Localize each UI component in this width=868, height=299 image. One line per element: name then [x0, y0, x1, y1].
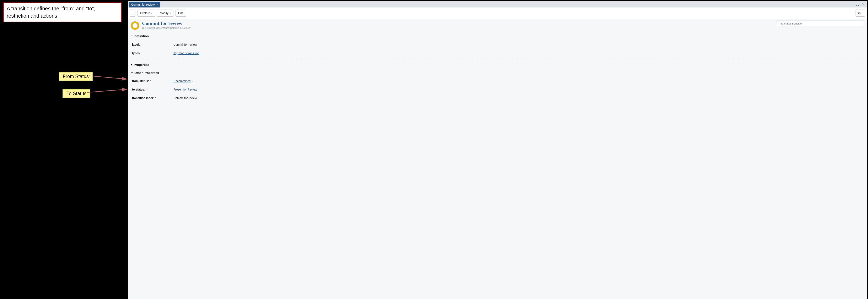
chevron-down-icon: ⌄ [860, 23, 862, 25]
section-other-properties-header[interactable]: ▼ Other Properties [131, 71, 864, 74]
section-properties-header[interactable]: ▶ Properties [131, 63, 864, 66]
more-actions-button[interactable]: ⋮ [130, 9, 135, 16]
settings-button[interactable]: ⚙ ▾ [856, 9, 865, 16]
chevron-down-icon[interactable]: ⌄ [191, 80, 193, 82]
caret-right-icon: ▶ [131, 63, 132, 66]
expand-icon[interactable]: ⛶ [856, 2, 859, 6]
caret-down-icon: ▼ [131, 72, 133, 74]
tab-commit-for-review[interactable]: Commit for review × [129, 2, 160, 7]
page-title: Commit for review [142, 21, 190, 26]
chevron-down-icon: ▾ [170, 12, 171, 14]
types-value-link[interactable]: Tag status transition [174, 52, 199, 55]
to-status-key: to status: * [131, 88, 174, 91]
section-other-properties: ▼ Other Properties from status: * Uncomm… [131, 71, 864, 102]
from-status-key: from status: * [131, 79, 174, 82]
app-panel: Commit for review × ⛶ ✕ ⋮ Explore ▾ Modi… [128, 1, 867, 299]
callout-to-status: To Status [63, 89, 90, 98]
section-properties-title: Properties [134, 63, 149, 66]
edit-label: Edit [178, 11, 183, 15]
callout-from-status: From Status [59, 72, 93, 81]
type-selector[interactable]: Tag status transition ⌄ [777, 21, 864, 26]
content-area: Commit for review URI urn:x-tb-governanc… [128, 19, 867, 104]
section-definition: ▼ Definition labels: Commit for review t… [131, 34, 864, 58]
chevron-down-icon[interactable]: ⌄ [198, 88, 200, 91]
caret-down-icon: ▼ [131, 35, 133, 37]
chevron-down-icon: ▾ [151, 12, 152, 14]
from-status-value[interactable]: Uncommitted [174, 79, 190, 82]
close-panel-icon[interactable]: ✕ [862, 2, 865, 6]
uri-label: URI [142, 27, 147, 30]
toolbar: ⋮ Explore ▾ Modify ▾ Edit ⚙ ▾ [128, 7, 867, 19]
chevron-down-icon: ▾ [862, 12, 863, 14]
section-properties: ▶ Properties [131, 63, 864, 66]
transition-label-value: Commit for review [174, 96, 197, 100]
edit-button[interactable]: Edit [176, 9, 186, 16]
svg-line-1 [87, 89, 127, 92]
explore-label: Explore [140, 11, 150, 15]
annotation-note: A transition defines the “from” and “to”… [3, 2, 122, 22]
required-mark: * [149, 79, 151, 82]
modify-label: Modify [160, 11, 168, 15]
uri-value: urn:x-tb-governance:CommitForReview [147, 27, 190, 30]
type-selector-value: Tag status transition [779, 22, 803, 25]
tab-label: Commit for review [131, 3, 155, 6]
types-key: types: [131, 52, 174, 55]
section-other-properties-title: Other Properties [134, 71, 159, 74]
labels-key: labels: [131, 43, 174, 46]
close-icon[interactable]: × [156, 3, 158, 6]
section-definition-title: Definition [134, 34, 149, 38]
transition-label-key: transition label: * [131, 96, 174, 100]
to-status-value[interactable]: Frozen for Review [174, 88, 197, 91]
section-definition-header[interactable]: ▼ Definition [131, 34, 864, 38]
tab-bar: Commit for review × ⛶ ✕ [128, 1, 867, 7]
gear-icon: ⚙ [858, 11, 861, 15]
chevron-down-icon[interactable]: ⌄ [200, 52, 202, 55]
required-mark: * [154, 96, 156, 100]
modify-button[interactable]: Modify ▾ [157, 9, 173, 16]
explore-button[interactable]: Explore ▾ [137, 9, 155, 16]
uri-line: URI urn:x-tb-governance:CommitForReview [142, 27, 190, 30]
entity-type-icon [131, 22, 139, 30]
required-mark: * [146, 88, 148, 91]
svg-line-0 [89, 76, 127, 79]
labels-value: Commit for review [174, 43, 197, 46]
